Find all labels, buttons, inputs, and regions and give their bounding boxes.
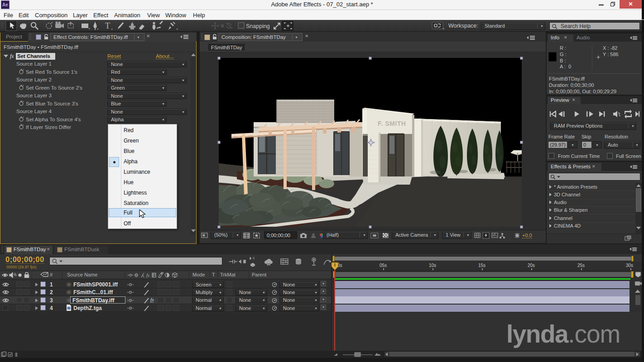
svg-text:fx: fx xyxy=(146,273,150,278)
svg-text:F. SMITH: F. SMITH xyxy=(378,120,406,127)
svg-text:T: T xyxy=(105,21,110,30)
svg-text:Snapping: Snapping xyxy=(246,23,270,29)
